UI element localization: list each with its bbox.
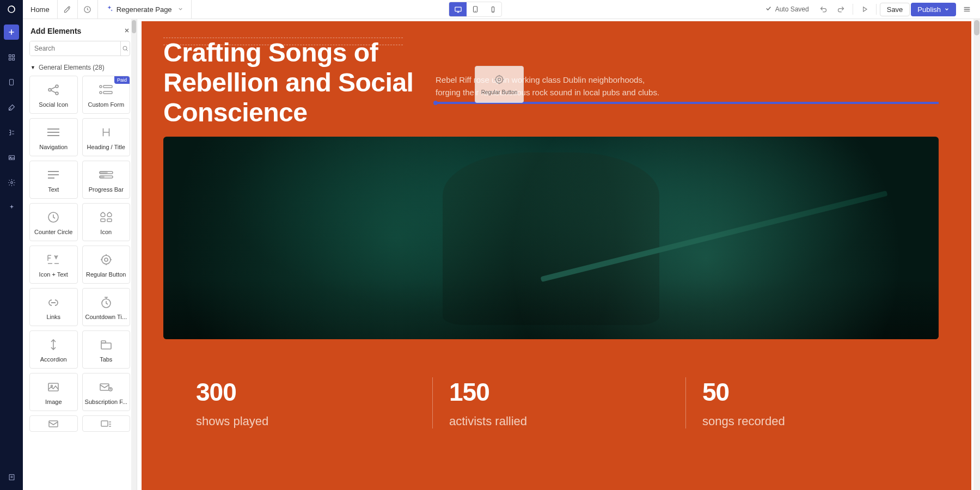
svg-point-19 (56, 92, 58, 95)
tile-label: Social Icon (36, 101, 70, 108)
menu-button[interactable] (959, 2, 975, 17)
panel-scrollbar[interactable] (131, 19, 137, 490)
canvas-area: Crafting Songs of Rebellion and Social C… (137, 19, 980, 490)
element-tile-counter-circle[interactable]: Counter Circle (29, 203, 78, 241)
triangle-down-icon: ▼ (30, 65, 35, 70)
rail-ai-button[interactable] (4, 200, 19, 215)
undo-button[interactable] (816, 2, 832, 17)
svg-rect-2 (455, 7, 461, 11)
app-logo[interactable] (0, 0, 23, 19)
check-icon (765, 5, 772, 14)
search-input[interactable] (30, 41, 120, 56)
element-tile-progress-bar[interactable]: Progress Bar (82, 161, 131, 199)
svg-point-17 (48, 89, 51, 91)
element-tile-navigation[interactable]: Navigation (29, 118, 78, 156)
tile-label: Links (44, 314, 63, 320)
device-tablet-button[interactable] (467, 2, 484, 16)
paid-badge: Paid (114, 76, 130, 84)
rail-design-button[interactable] (4, 100, 19, 115)
element-tile-regular-button[interactable]: Regular Button (82, 246, 131, 284)
element-tile-partial[interactable] (29, 415, 78, 432)
stat-item[interactable]: 300 shows played (180, 377, 432, 428)
svg-rect-35 (101, 343, 111, 349)
panel-search (29, 41, 130, 56)
svg-rect-30 (107, 219, 112, 222)
device-mobile-button[interactable] (484, 2, 501, 16)
svg-point-6 (493, 11, 493, 11)
element-tile-accordion[interactable]: Accordion (29, 330, 78, 369)
stat-item[interactable]: 150 activists rallied (432, 377, 685, 428)
rail-tree-button[interactable] (4, 125, 19, 140)
element-tile-partial[interactable] (82, 415, 131, 432)
preview-button[interactable] (856, 2, 873, 17)
category-header[interactable]: ▼ General Elements (28) (23, 60, 137, 76)
redo-button[interactable] (833, 2, 849, 17)
element-tile-social-icon[interactable]: Social Icon (29, 76, 78, 114)
svg-rect-8 (12, 54, 14, 57)
element-tile-tabs[interactable]: Tabs (82, 330, 131, 369)
svg-point-14 (10, 181, 13, 183)
hero-description[interactable]: Rebel Riff rose up in working class Dubl… (436, 74, 664, 99)
accordion-icon (48, 336, 59, 353)
social-icon-icon (46, 82, 60, 98)
tile-label: Counter Circle (32, 229, 75, 235)
element-tile-image[interactable]: Image (29, 373, 78, 411)
save-button[interactable]: Save (880, 3, 910, 16)
navigation-icon (46, 124, 60, 140)
hero-title[interactable]: Crafting Songs of Rebellion and Social C… (163, 38, 414, 128)
panel-title: Add Elements (30, 27, 81, 35)
tile-label: Heading / Title (85, 144, 127, 150)
tile-label: Tabs (97, 356, 114, 363)
element-tile-custom-form[interactable]: PaidCustom Form (82, 76, 131, 114)
svg-point-18 (56, 85, 58, 88)
partial-icon (47, 416, 59, 431)
rail-docs-button[interactable] (4, 469, 19, 485)
svg-rect-9 (9, 58, 11, 60)
tool-icon-1[interactable] (58, 0, 77, 19)
history-icon[interactable] (78, 0, 97, 19)
top-toolbar: Home Regenerate Page (0, 0, 980, 19)
tile-label: Icon (98, 229, 114, 235)
stat-item[interactable]: 50 songs recorded (685, 377, 939, 428)
tile-label: Icon + Text (37, 271, 70, 278)
rail-add-button[interactable] (4, 24, 19, 40)
panel-close-button[interactable] (124, 27, 130, 35)
element-tile-links[interactable]: Links (29, 288, 78, 326)
element-tile-heading-title[interactable]: Heading / Title (82, 118, 131, 156)
element-tile-countdown-timer[interactable]: Countdown Ti... (82, 288, 131, 326)
regular-button-icon (100, 252, 113, 268)
device-desktop-button[interactable] (449, 2, 467, 16)
stat-number: 150 (449, 377, 669, 407)
rail-settings-button[interactable] (4, 175, 19, 190)
stats-row: 300 shows played 150 activists rallied 5… (142, 356, 971, 428)
search-icon[interactable] (120, 41, 130, 56)
rail-media-button[interactable] (4, 150, 19, 165)
svg-point-20 (100, 85, 102, 88)
drop-zone-outline (163, 38, 403, 45)
element-tile-text[interactable]: Text (29, 161, 78, 199)
partial-icon (100, 416, 113, 431)
chevron-down-icon (177, 5, 183, 14)
tile-label: Custom Form (85, 101, 126, 108)
page-canvas[interactable]: Crafting Songs of Rebellion and Social C… (142, 21, 971, 490)
countdown-timer-icon (100, 294, 112, 310)
svg-rect-15 (9, 474, 14, 480)
svg-point-31 (56, 256, 57, 257)
canvas-scrollbar[interactable] (973, 19, 980, 490)
home-button[interactable]: Home (23, 5, 57, 14)
rail-layout-button[interactable] (4, 50, 19, 65)
rail-page-button[interactable] (4, 75, 19, 90)
element-tile-icon-text[interactable]: Icon + Text (29, 246, 78, 284)
svg-rect-29 (101, 219, 105, 222)
publish-button[interactable]: Publish (911, 3, 956, 16)
image-icon (47, 379, 60, 395)
stat-label: songs recorded (702, 414, 922, 428)
icon-icon (99, 209, 114, 225)
svg-rect-11 (10, 79, 14, 85)
regenerate-page-button[interactable]: Regenerate Page (98, 5, 191, 14)
tile-label: Text (46, 186, 61, 193)
element-tile-subscription-form[interactable]: Subscription F... (82, 373, 131, 411)
svg-rect-39 (100, 384, 109, 390)
hero-image[interactable] (163, 137, 939, 339)
element-tile-icon[interactable]: Icon (82, 203, 131, 241)
